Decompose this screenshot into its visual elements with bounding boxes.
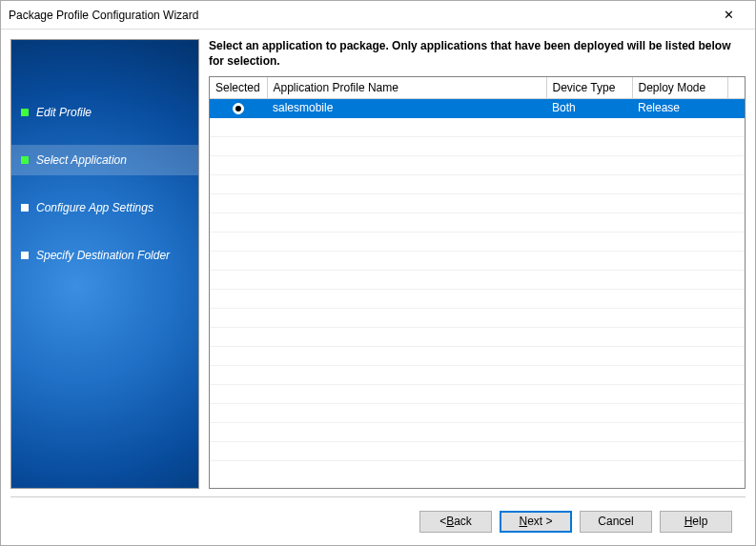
step-specify-destination-folder[interactable]: Specify Destination Folder (11, 240, 198, 271)
cell-device: Both (546, 99, 632, 118)
instruction-text: Select an application to package. Only a… (209, 39, 746, 76)
cell-name: salesmobile (267, 99, 546, 118)
column-deploy[interactable]: Deploy Mode (632, 77, 727, 98)
column-selected[interactable]: Selected (210, 77, 267, 98)
table-row[interactable]: salesmobile Both Release (210, 99, 745, 118)
wizard-sidebar: Edit Profile Select Application Configur… (10, 39, 199, 489)
step-label: Configure App Settings (36, 201, 153, 214)
column-device[interactable]: Device Type (546, 77, 632, 98)
step-status-icon (21, 156, 29, 164)
column-name[interactable]: Application Profile Name (267, 77, 546, 98)
help-button[interactable]: Help (660, 511, 732, 533)
table-header-row: Selected Application Profile Name Device… (210, 77, 745, 98)
wizard-window: Package Profile Configuration Wizard ✕ E… (0, 0, 756, 546)
step-label: Specify Destination Folder (36, 249, 170, 262)
next-button[interactable]: Next > (500, 511, 572, 533)
cancel-button[interactable]: Cancel (580, 511, 652, 533)
column-spacer (727, 77, 745, 98)
step-edit-profile[interactable]: Edit Profile (11, 97, 198, 128)
content: Edit Profile Select Application Configur… (10, 39, 746, 489)
wizard-footer: < Back Next > Cancel Help (10, 497, 746, 545)
back-button[interactable]: < Back (419, 511, 492, 533)
cell-spacer (727, 99, 745, 118)
step-status-icon (21, 109, 29, 116)
close-icon[interactable]: ✕ (709, 2, 747, 29)
step-configure-app-settings[interactable]: Configure App Settings (11, 192, 198, 223)
step-status-icon (21, 252, 29, 259)
table-body-scroll[interactable]: salesmobile Both Release (210, 99, 745, 488)
step-label: Select Application (36, 153, 127, 167)
radio-icon[interactable] (233, 103, 244, 114)
window-title: Package Profile Configuration Wizard (9, 9, 709, 22)
body: Edit Profile Select Application Configur… (1, 30, 755, 545)
main-panel: Select an application to package. Only a… (209, 39, 746, 489)
step-label: Edit Profile (36, 106, 92, 119)
step-select-application[interactable]: Select Application (11, 145, 198, 175)
application-table: Selected Application Profile Name Device… (209, 76, 746, 489)
cell-selected[interactable] (210, 99, 267, 118)
titlebar: Package Profile Configuration Wizard ✕ (1, 1, 755, 30)
cell-deploy: Release (632, 99, 727, 118)
step-status-icon (21, 204, 29, 212)
